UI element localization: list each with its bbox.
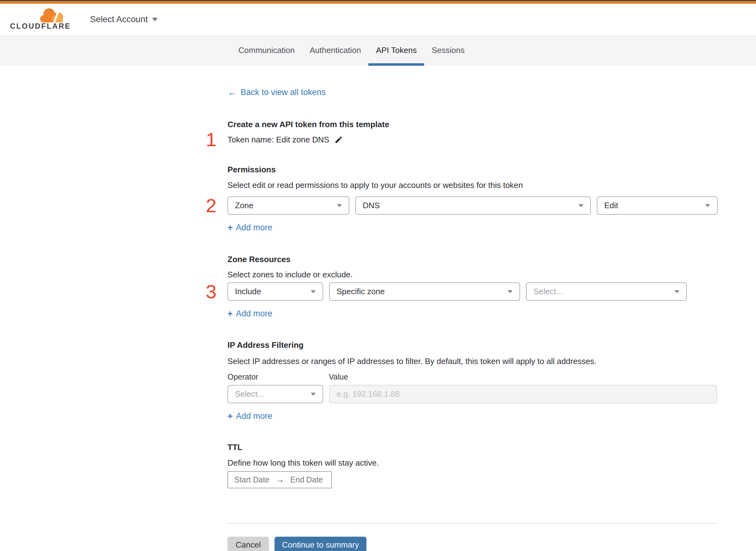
chevron-down-icon bbox=[337, 204, 342, 207]
operator-label: Operator bbox=[227, 372, 329, 382]
back-arrow-icon: ← bbox=[227, 87, 237, 97]
permission-access-select[interactable]: Edit bbox=[597, 196, 718, 215]
brand-accent-bar bbox=[0, 1, 756, 4]
zone-operator-select[interactable]: Include bbox=[227, 283, 323, 301]
plus-icon: + bbox=[227, 222, 233, 232]
tab-group: Communication Authentication API Tokens … bbox=[231, 35, 472, 66]
chevron-down-icon bbox=[705, 204, 710, 207]
step-number-3: 3 bbox=[202, 282, 220, 302]
start-date-label: Start Date bbox=[234, 475, 269, 484]
cloudflare-cloud-icon bbox=[40, 8, 64, 23]
zone-operator-value: Include bbox=[235, 287, 261, 297]
permission-service-value: DNS bbox=[363, 201, 380, 210]
zone-resources-row: 3 Include Specific zone Select... bbox=[227, 283, 718, 301]
ip-filtering-description: Select IP addresses or ranges of IP addr… bbox=[227, 356, 718, 366]
value-label: Value bbox=[329, 372, 348, 382]
chevron-down-icon bbox=[578, 204, 583, 207]
chevron-down-icon bbox=[674, 290, 679, 293]
ip-filtering-add-more-link[interactable]: + Add more bbox=[227, 411, 272, 421]
cancel-button[interactable]: Cancel bbox=[227, 537, 269, 551]
app-header: CLOUDFLARE Select Account bbox=[0, 4, 756, 35]
chevron-down-icon bbox=[152, 18, 158, 21]
permissions-title: Permissions bbox=[227, 164, 718, 174]
permissions-section: Permissions Select edit or read permissi… bbox=[227, 164, 718, 232]
token-name-text: Token name: Edit zone DNS bbox=[227, 135, 329, 145]
add-more-label: Add more bbox=[236, 222, 272, 232]
permissions-description: Select edit or read permissions to apply… bbox=[227, 180, 718, 190]
chevron-down-icon bbox=[508, 290, 513, 293]
tab-sessions[interactable]: Sessions bbox=[424, 35, 472, 66]
tab-communication[interactable]: Communication bbox=[231, 35, 302, 66]
token-name-line: 1 Token name: Edit zone DNS bbox=[227, 134, 718, 145]
tab-api-tokens[interactable]: API Tokens bbox=[368, 35, 424, 66]
zone-resources-title: Zone Resources bbox=[227, 254, 718, 264]
step-number-2: 2 bbox=[202, 196, 220, 215]
cloudflare-wordmark: CLOUDFLARE bbox=[10, 22, 71, 31]
permission-scope-select[interactable]: Zone bbox=[227, 196, 349, 215]
zone-type-value: Specific zone bbox=[336, 287, 385, 297]
ttl-section: TTL Define how long this token will stay… bbox=[227, 442, 718, 488]
permission-scope-value: Zone bbox=[235, 201, 253, 210]
ip-filtering-labels: Operator Value bbox=[227, 372, 718, 382]
ttl-date-range-picker[interactable]: Start Date → End Date bbox=[227, 471, 332, 488]
ip-operator-placeholder: Select... bbox=[235, 389, 264, 399]
template-intro-section: Create a new API token from this templat… bbox=[227, 119, 718, 145]
ip-filtering-title: IP Address Filtering bbox=[227, 340, 718, 350]
step-number-1: 1 bbox=[202, 130, 220, 149]
ip-filtering-row: Select... bbox=[227, 385, 718, 403]
permission-service-select[interactable]: DNS bbox=[355, 196, 591, 215]
zone-resources-section: Zone Resources Select zones to include o… bbox=[227, 254, 718, 319]
cloudflare-logo: CLOUDFLARE bbox=[10, 8, 71, 31]
footer-divider bbox=[227, 523, 718, 524]
zone-type-select[interactable]: Specific zone bbox=[329, 283, 520, 301]
plus-icon: + bbox=[227, 411, 233, 421]
account-selector-label: Select Account bbox=[90, 14, 148, 24]
ttl-description: Define how long this token will stay act… bbox=[227, 458, 718, 468]
add-more-label: Add more bbox=[236, 411, 272, 421]
token-template-form: ← Back to view all tokens Create a new A… bbox=[227, 66, 718, 551]
template-title: Create a new API token from this templat… bbox=[227, 119, 718, 129]
zone-resources-add-more-link[interactable]: + Add more bbox=[227, 309, 272, 319]
ip-value-input[interactable] bbox=[329, 385, 717, 403]
end-date-label: End Date bbox=[290, 475, 323, 484]
zone-picker-placeholder: Select... bbox=[534, 287, 563, 297]
back-to-tokens-link[interactable]: ← Back to view all tokens bbox=[227, 87, 326, 97]
ip-filtering-section: IP Address Filtering Select IP addresses… bbox=[227, 340, 718, 421]
continue-to-summary-button[interactable]: Continue to summary bbox=[274, 537, 366, 551]
footer-actions: Cancel Continue to summary bbox=[227, 537, 718, 551]
tab-authentication[interactable]: Authentication bbox=[302, 35, 368, 66]
ip-operator-select[interactable]: Select... bbox=[227, 385, 323, 403]
back-link-label: Back to view all tokens bbox=[240, 87, 326, 97]
plus-icon: + bbox=[227, 309, 233, 319]
account-selector[interactable]: Select Account bbox=[90, 14, 158, 24]
chevron-down-icon bbox=[311, 290, 316, 293]
permissions-add-more-link[interactable]: + Add more bbox=[227, 222, 272, 232]
zone-picker-select[interactable]: Select... bbox=[526, 283, 687, 301]
arrow-right-icon: → bbox=[276, 475, 284, 485]
tab-bar: Communication Authentication API Tokens … bbox=[0, 35, 756, 66]
chevron-down-icon bbox=[311, 393, 316, 396]
permission-access-value: Edit bbox=[604, 201, 618, 210]
zone-resources-description: Select zones to include or exclude. bbox=[227, 269, 718, 280]
edit-pencil-icon[interactable] bbox=[334, 135, 343, 144]
add-more-label: Add more bbox=[236, 309, 272, 319]
permissions-row: 2 Zone DNS Edit bbox=[227, 196, 718, 215]
ttl-title: TTL bbox=[227, 442, 718, 452]
